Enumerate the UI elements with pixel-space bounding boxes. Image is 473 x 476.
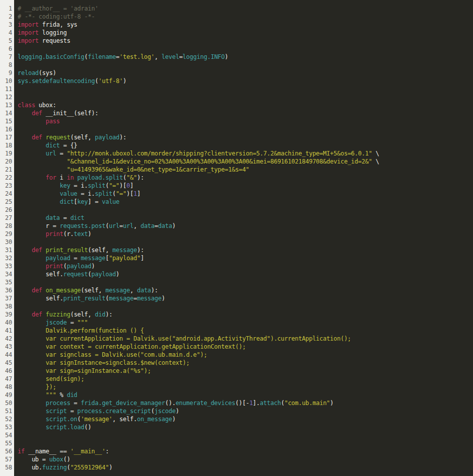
code-token-name: split — [88, 182, 106, 189]
code-token-default — [18, 416, 46, 423]
code-line — [18, 45, 473, 53]
code-token-default — [18, 400, 46, 407]
code-token-name: value — [60, 190, 77, 197]
code-token-default — [18, 158, 67, 165]
code-content[interactable]: # __author__ = 'adrain'# -*- coding:utf-… — [14, 0, 473, 476]
code-token-keyword: import — [18, 21, 39, 28]
line-number: 5 — [0, 37, 12, 45]
line-number: 13 — [0, 101, 12, 109]
code-token-name: ubox — [49, 456, 63, 463]
code-line — [18, 85, 473, 93]
code-line: dict = {} — [18, 141, 473, 149]
code-line: reload(sys) — [18, 69, 473, 77]
code-token-default: (r. — [63, 230, 74, 237]
code-token-string: "com.ub.main" — [284, 400, 330, 407]
code-token-default: r = — [18, 222, 60, 229]
code-line: # __author__ = 'adrain' — [18, 5, 473, 13]
code-token-name: sys.setdefaultencoding — [18, 77, 95, 85]
code-line: jscode = """ — [18, 319, 473, 327]
line-number: 58 — [0, 463, 12, 471]
code-token-default — [18, 247, 32, 254]
code-line: dict[key] = value — [18, 198, 473, 206]
code-token-default: , — [154, 53, 162, 60]
line-number: 34 — [0, 270, 12, 278]
code-token-default: [ — [74, 198, 77, 205]
code-token-name: attach — [260, 400, 281, 407]
code-token-default: ubox: — [35, 102, 56, 109]
code-token-default: ]. — [253, 400, 260, 407]
code-token-keyword: print — [46, 230, 63, 237]
code-line: script = process.create_script(jscode) — [18, 407, 473, 415]
line-number: 45 — [0, 359, 12, 367]
code-token-name: payload.split — [77, 174, 123, 181]
code-token-name: url — [109, 222, 119, 229]
code-line: value = i.split("=")[1] — [18, 190, 473, 198]
code-token-name: on_message — [137, 416, 172, 423]
code-line: """ % did — [18, 391, 473, 399]
line-number: 55 — [0, 439, 12, 447]
line-number: 22 — [0, 174, 12, 182]
line-number: 26 — [0, 206, 12, 214]
code-line: logging.basicConfig(filename='test.log',… — [18, 53, 473, 61]
code-line: Dalvik.perform(function () { — [18, 327, 473, 335]
line-number: 25 — [0, 198, 12, 206]
line-number: 29 — [0, 230, 12, 238]
line-number: 12 — [0, 93, 12, 101]
line-number: 32 — [0, 254, 12, 262]
line-number: 14 — [0, 109, 12, 117]
code-token-default: ): — [105, 311, 112, 318]
code-token-default: () — [85, 424, 92, 431]
code-token-default: ] — [140, 255, 144, 262]
code-line: # -*- coding:utf-8 -*- — [18, 13, 473, 21]
code-token-default: = — [60, 214, 70, 221]
code-token-default: frida, sys — [39, 21, 77, 28]
code-line: var signclass = Dalvik.use("com.ub.main.… — [18, 351, 473, 359]
code-line: def print_result(self, message): — [18, 246, 473, 254]
line-number: 28 — [0, 222, 12, 230]
code-token-keyword: import — [18, 37, 39, 44]
code-line: self.print_result(message=message) — [18, 294, 473, 302]
code-line: def on_message(self, message, data): — [18, 286, 473, 294]
code-line: "u=41493965&wake_id=0&net_type=1&carrier… — [18, 166, 473, 174]
code-token-default: = — [56, 150, 67, 157]
code-token-default — [18, 214, 46, 221]
code-line: import requests — [18, 37, 473, 45]
code-token-string: "u=41493965&wake_id=0&net_type=1&carrier… — [67, 166, 250, 173]
code-line: var sign=signInstance.a("%s"); — [18, 367, 473, 375]
line-number: 39 — [0, 310, 12, 319]
line-number: 33 — [0, 262, 12, 270]
code-token-default: (self, — [70, 134, 95, 141]
line-number: 1 — [0, 5, 12, 13]
code-token-default: (sys) — [39, 69, 56, 76]
line-number: 7 — [0, 53, 12, 61]
line-number: 18 — [0, 141, 12, 149]
code-token-name: fuzzing — [42, 464, 67, 471]
code-token-default — [18, 142, 46, 149]
code-token-name: message — [81, 255, 106, 262]
code-token-name: jscode — [154, 408, 176, 415]
code-line: pass — [18, 117, 473, 125]
code-line: def fuzzing(self, did): — [18, 310, 473, 319]
code-token-default — [18, 287, 32, 294]
code-line — [18, 61, 473, 69]
code-token-string: }); — [18, 383, 56, 390]
code-token-name: data — [140, 222, 154, 229]
line-number: 8 — [0, 61, 12, 69]
code-token-string: "payload" — [109, 255, 140, 262]
code-token-default: (self, — [88, 247, 113, 254]
code-line: data = dict — [18, 214, 473, 222]
code-line — [18, 431, 473, 439]
line-number: 27 — [0, 214, 12, 222]
code-token-default: (self, — [81, 287, 106, 294]
code-token-default: = — [67, 319, 77, 326]
code-line: send(sign); — [18, 375, 473, 383]
code-token-default — [18, 198, 60, 205]
code-token-name: dict — [70, 214, 85, 221]
code-token-name: script.on — [46, 416, 77, 423]
code-token-name: reload — [18, 69, 39, 76]
code-token-name: filename — [88, 53, 116, 60]
code-token-name: url — [46, 150, 56, 157]
code-line: process = frida.get_device_manager().enu… — [18, 399, 473, 407]
code-line: var context = currentApplication.getAppl… — [18, 343, 473, 351]
line-number: 51 — [0, 407, 12, 415]
